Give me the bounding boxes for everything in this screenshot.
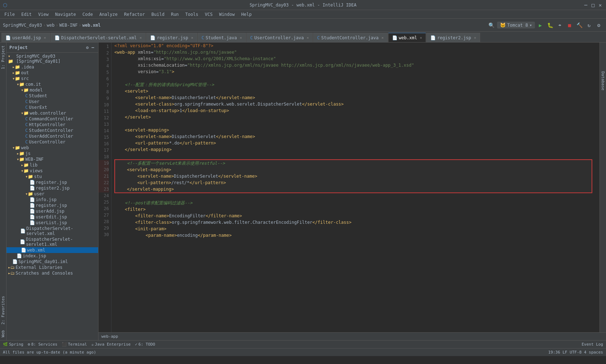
tree-item-dispatcher-xml[interactable]: 📄 DispatcherServlet-servlet.xml: [6, 226, 98, 236]
menu-refactor[interactable]: Refactor: [121, 11, 148, 18]
tree-item-src[interactable]: ▾📁 src: [6, 76, 98, 81]
settings-button[interactable]: ⚙: [594, 21, 603, 30]
build-button[interactable]: 🔨: [575, 21, 584, 30]
spring-panel[interactable]: 🌿 Spring: [3, 342, 23, 347]
sidebar-tool-collapse[interactable]: —: [91, 45, 95, 50]
tree-item-indexjsp[interactable]: 📄 index.jsp: [6, 253, 98, 259]
tree-item-dispatcher1-xml[interactable]: 📄 DispatcherServlet-servlet1.xml: [6, 236, 98, 247]
event-log-panel[interactable]: Event Log: [581, 342, 603, 347]
tree-item-register-jsp[interactable]: 📄 register.jsp: [6, 179, 98, 185]
tree-item-js[interactable]: ▸📁 js: [6, 151, 98, 156]
tab-close-usercontroller[interactable]: ✕: [307, 36, 309, 40]
tree-item-user-folder[interactable]: ▾📁 user: [6, 191, 98, 197]
tab-close-student[interactable]: ✕: [240, 36, 242, 40]
tab-student-java[interactable]: C Student.java ✕: [198, 33, 246, 42]
tree-item-webinf[interactable]: ▾📁 WEB-INF: [6, 156, 98, 162]
terminal-label: Terminal: [68, 342, 87, 347]
maximize-button[interactable]: □: [590, 2, 596, 8]
tree-item-web[interactable]: ▾📁 web: [6, 145, 98, 151]
tree-item-studentcontroller[interactable]: C StudentController: [6, 128, 98, 133]
spring-label: Spring: [9, 342, 23, 347]
tree-item-usercontroller[interactable]: C UserController: [6, 139, 98, 145]
menu-window[interactable]: Window: [216, 11, 237, 18]
code-area[interactable]: <?xml version="1.0" encoding="UTF-8"?> <…: [111, 43, 595, 332]
code-line-28: <filter-class>org.springframework.web.fi…: [114, 219, 592, 226]
web-panel-label[interactable]: Web: [0, 327, 6, 340]
database-panel[interactable]: Database: [600, 43, 606, 332]
update-button[interactable]: ↻: [585, 21, 593, 30]
tab-register-jsp[interactable]: 📄 register.jsp ✕: [146, 33, 197, 42]
menu-vcs[interactable]: VCS: [202, 11, 216, 18]
tree-item-student-class[interactable]: C Student: [6, 93, 98, 99]
tree-item-idea[interactable]: ▸📁 .idea: [6, 64, 98, 70]
close-button[interactable]: ✕: [597, 2, 603, 8]
menu-code[interactable]: Code: [80, 11, 96, 18]
tab-studentcontroller-java[interactable]: C StudentController.java ✕: [313, 33, 387, 42]
search-everywhere-button[interactable]: 🔍: [487, 21, 496, 30]
tab-dispatcherservlet-xml[interactable]: 📄 DispatcherServlet-servlet.xml ✕: [50, 33, 146, 42]
tree-item-views[interactable]: ▾📁 views: [6, 168, 98, 174]
menu-tools[interactable]: Tools: [183, 11, 201, 18]
tree-item-springmvc[interactable]: ▾📁 SpringMVC_day03 [SpringMVC_day01]: [6, 53, 98, 64]
breadcrumb-webxml[interactable]: web.xml: [82, 23, 101, 28]
tree-item-iml[interactable]: 📄 SpringMVC_day01.iml: [6, 259, 98, 265]
tree-item-lib[interactable]: ▸📁 lib: [6, 162, 98, 168]
run-configuration[interactable]: 🐱 Tomcat 8 ▾: [497, 22, 535, 28]
java-enterprise-panel[interactable]: ☕ Java Enterprise: [91, 342, 131, 347]
breadcrumb-project[interactable]: SpringMVC_day03: [3, 23, 42, 28]
tab-usercontroller-java[interactable]: C UserController.java ✕: [246, 33, 313, 42]
menu-file[interactable]: File: [1, 11, 18, 18]
tree-item-webxml[interactable]: 📄 web.xml: [6, 247, 98, 253]
terminal-panel[interactable]: ⬛ Terminal: [62, 342, 87, 347]
menu-view[interactable]: View: [35, 11, 52, 18]
tree-item-commandcontroller[interactable]: C CommandController: [6, 116, 98, 122]
tab-useradd-jsp[interactable]: 📄 userAdd.jsp ✕: [1, 33, 50, 42]
tab-close-register2[interactable]: ✕: [474, 36, 476, 40]
menu-help[interactable]: Help: [238, 11, 255, 18]
tree-item-httpcontroller[interactable]: C HttpController: [6, 122, 98, 128]
tree-item-info-jsp[interactable]: 📄 info.jsp: [6, 197, 98, 203]
tab-close-webxml[interactable]: ✕: [420, 36, 422, 40]
menu-edit[interactable]: Edit: [18, 11, 35, 18]
tree-item-out[interactable]: ▸📁 out: [6, 70, 98, 76]
project-panel-label[interactable]: 1: Project: [0, 43, 6, 72]
tree-item-scratches[interactable]: ▸🗂 Scratches and Consoles: [6, 270, 98, 276]
menu-analyze[interactable]: Analyze: [96, 11, 120, 18]
menu-navigate[interactable]: Navigate: [52, 11, 79, 18]
tree-item-user-class[interactable]: C User: [6, 99, 98, 105]
tab-close-register[interactable]: ✕: [191, 36, 193, 40]
tree-item-webcontroller[interactable]: ▾📁 web.controller: [6, 110, 98, 116]
favorites-panel-label[interactable]: 2: Favorites: [0, 293, 6, 327]
breadcrumb-webinf[interactable]: WEB-INF: [60, 23, 78, 28]
tree-item-register-user-jsp[interactable]: 📄 register.jsp: [6, 203, 98, 208]
services-panel[interactable]: ⚙ 8: Services: [28, 342, 57, 347]
tree-item-extlibs[interactable]: ▸🗂 External Libraries: [6, 265, 98, 270]
tab-close-dispatcher[interactable]: ✕: [140, 36, 142, 40]
database-label[interactable]: Database: [601, 71, 605, 90]
menu-run[interactable]: Run: [168, 11, 182, 18]
tab-web-xml[interactable]: 📄 web.xml ✕: [388, 33, 426, 42]
right-scroll-area[interactable]: [595, 43, 600, 332]
breadcrumb-web[interactable]: web: [47, 23, 55, 28]
tree-item-useradd-jsp[interactable]: 📄 userAdd.jsp: [6, 208, 98, 214]
tree-item-userext-class[interactable]: C UserExt: [6, 105, 98, 110]
tree-item-model[interactable]: ▾📁 model: [6, 87, 98, 93]
coverage-button[interactable]: ☂: [556, 21, 564, 30]
stop-button[interactable]: ■: [565, 21, 574, 30]
tree-item-useraddcontroller[interactable]: C UserAddController: [6, 133, 98, 139]
tree-item-userlist-jsp[interactable]: 📄 userList.jsp: [6, 220, 98, 226]
sidebar-tool-settings[interactable]: ⚙: [85, 45, 90, 50]
tab-close-studentcontroller[interactable]: ✕: [382, 36, 384, 40]
tab-register2-jsp[interactable]: 📄 register2.jsp ✕: [426, 33, 480, 42]
tab-close-useradd[interactable]: ✕: [44, 36, 46, 40]
tree-item-stu[interactable]: ▾📁 stu: [6, 174, 98, 179]
todo-panel[interactable]: ✓ 6: TODO: [135, 342, 155, 347]
run-button[interactable]: ▶: [536, 21, 545, 30]
tree-item-comit[interactable]: ▾📁 com.it: [6, 81, 98, 87]
menu-build[interactable]: Build: [149, 11, 167, 18]
debug-button[interactable]: 🐛: [546, 21, 554, 30]
minimize-button[interactable]: ─: [583, 2, 589, 8]
tree-item-register2-jsp[interactable]: 📄 register2.jsp: [6, 185, 98, 191]
tree-item-useredit-jsp[interactable]: 📄 userEdit.jsp: [6, 214, 98, 220]
tree-label-webinf: WEB-INF: [25, 157, 44, 162]
